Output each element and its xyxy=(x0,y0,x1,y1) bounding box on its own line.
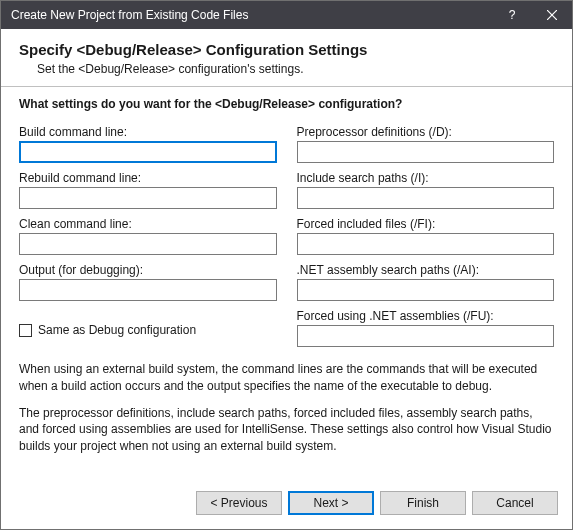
titlebar: Create New Project from Existing Code Fi… xyxy=(1,1,572,29)
wizard-footer: < Previous Next > Finish Cancel xyxy=(1,481,572,529)
forced-inc-label: Forced included files (/FI): xyxy=(297,217,555,231)
checkbox-icon xyxy=(19,324,32,337)
wizard-header: Specify <Debug/Release> Configuration Se… xyxy=(1,29,572,86)
window-title: Create New Project from Existing Code Fi… xyxy=(11,8,492,22)
help-button[interactable]: ? xyxy=(492,1,532,29)
net-search-input[interactable] xyxy=(297,279,555,301)
note-1: When using an external build system, the… xyxy=(19,361,554,395)
preproc-label: Preprocessor definitions (/D): xyxy=(297,125,555,139)
forced-using-label: Forced using .NET assemblies (/FU): xyxy=(297,309,555,323)
page-subtitle: Set the <Debug/Release> configuration's … xyxy=(19,62,554,76)
content-area: What settings do you want for the <Debug… xyxy=(1,87,572,455)
same-as-debug-label: Same as Debug configuration xyxy=(38,323,196,337)
same-as-debug-checkbox[interactable]: Same as Debug configuration xyxy=(19,323,277,337)
forced-inc-input[interactable] xyxy=(297,233,555,255)
net-search-label: .NET assembly search paths (/AI): xyxy=(297,263,555,277)
build-cmd-label: Build command line: xyxy=(19,125,277,139)
clean-cmd-input[interactable] xyxy=(19,233,277,255)
note-2: The preprocessor definitions, include se… xyxy=(19,405,554,455)
output-label: Output (for debugging): xyxy=(19,263,277,277)
question-label: What settings do you want for the <Debug… xyxy=(19,97,554,111)
rebuild-cmd-label: Rebuild command line: xyxy=(19,171,277,185)
close-button[interactable] xyxy=(532,1,572,29)
finish-button[interactable]: Finish xyxy=(380,491,466,515)
output-input[interactable] xyxy=(19,279,277,301)
previous-button[interactable]: < Previous xyxy=(196,491,282,515)
include-input[interactable] xyxy=(297,187,555,209)
build-cmd-input[interactable] xyxy=(19,141,277,163)
include-label: Include search paths (/I): xyxy=(297,171,555,185)
cancel-button[interactable]: Cancel xyxy=(472,491,558,515)
close-icon xyxy=(547,10,557,20)
page-title: Specify <Debug/Release> Configuration Se… xyxy=(19,41,554,58)
preproc-input[interactable] xyxy=(297,141,555,163)
clean-cmd-label: Clean command line: xyxy=(19,217,277,231)
rebuild-cmd-input[interactable] xyxy=(19,187,277,209)
forced-using-input[interactable] xyxy=(297,325,555,347)
next-button[interactable]: Next > xyxy=(288,491,374,515)
